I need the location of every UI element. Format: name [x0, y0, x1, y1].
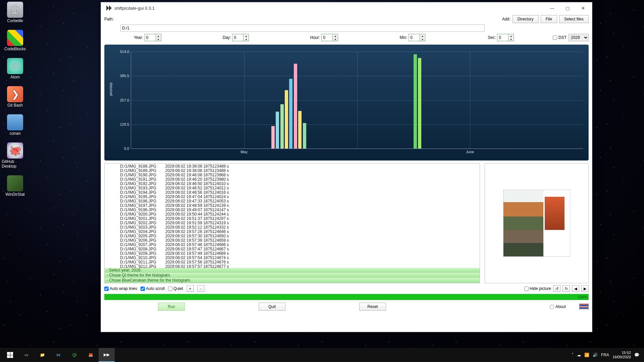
hour-label: Hour: [310, 35, 320, 40]
bottom-bar: Run Quit Reset About [104, 303, 589, 311]
titlebar[interactable]: shiftpicdate-gui 0.3.1 — ▢ ✕ [101, 2, 592, 14]
histogram-chart: pics/day 0.0128.5257.0385.5514.0MayJune [104, 45, 589, 161]
desktop-icon-corbeille[interactable]: 🗑Corbeille [2, 2, 29, 23]
sec-input[interactable] [497, 34, 508, 41]
chevron-up-icon[interactable]: ▲ [156, 34, 161, 38]
day-spin[interactable]: ▲▼ [232, 34, 249, 41]
desktop-icon-gitbash[interactable]: ❯Git Bash [2, 86, 29, 108]
zoom-out-button[interactable]: - [197, 285, 205, 292]
desktop-icon-label: CodeBlocks [4, 47, 26, 51]
github-icon: 🐙 [7, 142, 23, 159]
hour-spin[interactable]: ▲▼ [321, 34, 338, 41]
path-label: Path: [104, 17, 118, 21]
min-spin[interactable]: ▲▼ [409, 34, 425, 41]
quit-button[interactable]: Quit [259, 303, 285, 311]
sec-label: Sec: [488, 35, 496, 40]
add-label: Add: [502, 17, 511, 21]
language-flag-icon[interactable] [579, 304, 589, 310]
qt-button[interactable]: Qt [66, 348, 83, 362]
log-lines[interactable]: D:/1/IMG_9188.JPG 2029:06:02 19:38:08 18… [105, 164, 480, 268]
next-image-button[interactable]: ▶ [581, 285, 589, 292]
windows-icon [7, 352, 13, 358]
file-button[interactable]: File [541, 15, 557, 23]
log-panel: D:/1/IMG_9188.JPG 2029:06:02 19:38:08 18… [104, 163, 480, 283]
chevron-down-icon[interactable]: ▼ [156, 38, 161, 41]
log-status: - Select year: 2029.- Chose Qt theme for… [105, 268, 480, 283]
desktop-icon-label: GitHub Desktop [2, 159, 29, 169]
taskbar: ▭ 📁 ⋈ Qt 🦊 ▶▶ ˄ ☁ 📶 🔊 FRA 15:52 18/09/20… [0, 348, 644, 362]
system-tray: ˄ ☁ 📶 🔊 FRA 15:52 18/09/2020 💬 [572, 351, 642, 359]
auto-wrap-checkbox[interactable]: Auto wrap lines [104, 286, 137, 291]
minimize-button[interactable]: — [544, 3, 560, 13]
chart-area: 0.0128.5257.0385.5514.0MayJune [131, 52, 583, 149]
min-input[interactable] [409, 34, 420, 41]
hour-input[interactable] [322, 34, 332, 41]
windirstat-icon [7, 175, 23, 191]
window-title: shiftpicdate-gui 0.3.1 [114, 6, 155, 11]
chevron-down-icon[interactable]: ▼ [508, 38, 514, 41]
min-label: Min: [400, 35, 408, 40]
chevron-up-icon[interactable]: ▲ [508, 34, 514, 38]
tray-language[interactable]: FRA [601, 353, 609, 357]
maximize-button[interactable]: ▢ [560, 3, 575, 13]
tray-notifications-icon[interactable]: 💬 [634, 353, 639, 357]
sec-spin[interactable]: ▲▼ [497, 34, 514, 41]
year-label: Year: [134, 35, 143, 40]
desktop-icon-conan[interactable]: conan [2, 114, 29, 136]
year-input[interactable] [145, 34, 156, 41]
day-label: Day: [223, 35, 231, 40]
desktop-icon-github-desktop[interactable]: 🐙GitHub Desktop [2, 142, 29, 169]
taskview-button[interactable]: ▭ [18, 348, 34, 362]
vscode-button[interactable]: ⋈ [50, 348, 66, 362]
directory-button[interactable]: Directory [513, 15, 539, 23]
close-button[interactable]: ✕ [575, 3, 591, 13]
chevron-up-icon[interactable]: ▲ [420, 34, 425, 38]
rotate-left-button[interactable]: ↺ [553, 285, 560, 292]
firefox-button[interactable]: 🦊 [83, 348, 99, 362]
codeblocks-icon [7, 30, 23, 46]
reset-button[interactable]: Reset [359, 303, 386, 311]
year-spin[interactable]: ▲▼ [145, 34, 161, 41]
explorer-button[interactable]: 📁 [34, 348, 50, 362]
progress-bar: 100% [104, 294, 589, 300]
atom-icon: ⚛ [7, 58, 23, 74]
tray-chevron-icon[interactable]: ˄ [572, 353, 574, 357]
app-icon [104, 4, 112, 12]
toolbar: Path: Add: Directory File Select files Y… [101, 14, 592, 43]
prev-image-button[interactable]: ◀ [572, 285, 579, 292]
desktop-icon-label: Corbeille [7, 18, 23, 23]
quiet-checkbox[interactable]: Quiet [168, 286, 183, 291]
tray-clock[interactable]: 15:52 18/09/2020 [612, 351, 631, 359]
desktop-icon-windirstat[interactable]: WinDirStat [2, 175, 29, 197]
chevron-up-icon[interactable]: ▲ [333, 34, 338, 38]
desktop-icon-label: WinDirStat [5, 192, 24, 197]
desktop-icon-atom[interactable]: ⚛Atom [2, 58, 29, 79]
app-taskbar-button[interactable]: ▶▶ [99, 348, 115, 362]
chevron-down-icon[interactable]: ▼ [420, 38, 425, 41]
auto-scroll-checkbox[interactable]: Auto scroll [141, 286, 165, 291]
path-input[interactable] [120, 24, 485, 32]
options-row: Auto wrap lines Auto scroll Quiet + - Hi… [104, 285, 589, 292]
image-preview [485, 163, 589, 283]
tray-wifi-icon[interactable]: 📶 [584, 353, 589, 357]
desktop-icon-label: Git Bash [7, 103, 23, 108]
start-button[interactable] [2, 348, 18, 362]
desktop-icon-label: Atom [10, 75, 20, 79]
about-radio[interactable]: About [550, 304, 566, 309]
run-button[interactable]: Run [158, 303, 185, 311]
dst-checkbox[interactable]: DST [553, 35, 567, 40]
hide-picture-checkbox[interactable]: Hide picture [524, 286, 551, 291]
chevron-down-icon[interactable]: ▼ [244, 38, 249, 41]
tray-volume-icon[interactable]: 🔊 [593, 353, 598, 357]
trash-icon: 🗑 [7, 2, 23, 18]
rotate-right-button[interactable]: ↻ [562, 285, 570, 292]
chart-ylabel: pics/day [109, 82, 113, 96]
zoom-in-button[interactable]: + [186, 285, 194, 292]
year-select[interactable]: 2029 [569, 34, 589, 41]
chevron-down-icon[interactable]: ▼ [333, 38, 338, 41]
desktop-icon-codeblocks[interactable]: CodeBlocks [2, 30, 29, 51]
select-files-button[interactable]: Select files [559, 15, 589, 23]
tray-cloud-icon[interactable]: ☁ [577, 353, 581, 357]
day-input[interactable] [232, 34, 243, 41]
chevron-up-icon[interactable]: ▲ [244, 34, 249, 38]
